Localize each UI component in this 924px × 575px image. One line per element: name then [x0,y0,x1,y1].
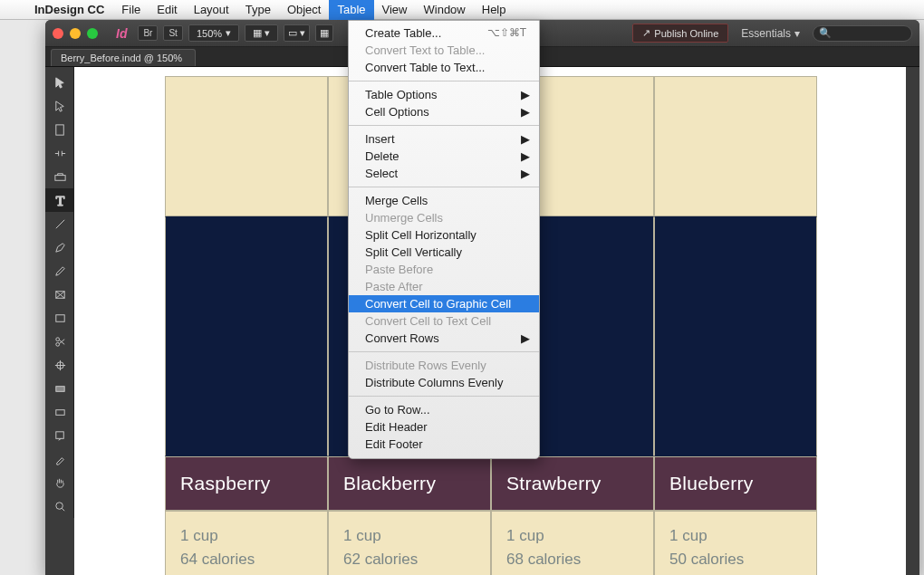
arrange-select[interactable]: ▦ [315,24,333,42]
menu-table[interactable]: Table [329,0,373,20]
minimize-window-button[interactable] [70,28,81,39]
table-header-cell[interactable]: Strawberry [491,456,654,511]
menu-item: Distribute Rows Evenly [349,357,539,374]
cell-text: 64 calories [180,551,255,568]
gradient-swatch-tool-icon[interactable] [45,377,74,400]
menu-file[interactable]: File [113,0,149,20]
document-tab[interactable]: ×Berry_Before.indd @ 150% [51,49,196,66]
search-input[interactable]: 🔍 [813,25,912,42]
menu-item[interactable]: Convert Table to Text... [349,59,539,76]
menu-object[interactable]: Object [279,0,330,20]
menu-item[interactable]: Convert Cell to Graphic Cell [349,295,539,312]
table-row: 1 cup64 calories 1 cup62 calories 1 cup6… [165,511,817,575]
page-tool-icon[interactable] [45,118,74,141]
search-icon: 🔍 [819,27,832,39]
svg-point-8 [55,342,59,346]
workspace-switcher[interactable]: Essentials▾ [734,27,807,40]
scissors-tool-icon[interactable] [45,330,74,353]
table-cell[interactable] [165,76,328,216]
table-cell[interactable]: 1 cup50 calories [654,511,817,575]
menu-window[interactable]: Window [416,0,474,20]
table-cell[interactable]: 1 cup68 calories [491,511,654,575]
pencil-tool-icon[interactable] [45,259,74,283]
submenu-arrow-icon: ▶ [521,331,530,345]
stock-button[interactable]: St [163,25,182,41]
table-cell[interactable]: 1 cup62 calories [328,511,491,575]
table-cell[interactable]: 1 cup64 calories [165,511,328,575]
menu-item[interactable]: Table Options▶ [349,86,539,103]
menu-item: Paste After [349,278,539,295]
menu-layout[interactable]: Layout [186,0,237,20]
free-transform-tool-icon[interactable] [45,353,74,377]
rectangle-frame-tool-icon[interactable] [45,283,74,306]
tools-panel [45,67,74,518]
menu-item: Convert Text to Table... [349,42,539,59]
menu-edit[interactable]: Edit [149,0,185,20]
menu-separator [349,125,539,126]
menu-item[interactable]: Split Cell Vertically [349,244,539,261]
zoom-tool-icon[interactable] [45,494,74,518]
cell-text: 68 calories [506,551,581,568]
menu-item[interactable]: Create Table...⌥⇧⌘T [349,24,539,42]
menu-item[interactable]: Split Cell Horizontally [349,226,539,244]
document-tab-label: Berry_Before.indd @ 150% [61,53,182,63]
menu-item[interactable]: Merge Cells [349,192,539,209]
view-options-select[interactable]: ▦ ▾ [245,24,278,42]
table-cell[interactable] [654,216,817,456]
svg-line-2 [55,219,63,227]
app-name[interactable]: InDesign CC [25,3,113,16]
pen-tool-icon[interactable] [45,235,74,259]
menu-item[interactable]: Edit Header [349,418,539,436]
table-cell[interactable] [165,216,328,456]
svg-rect-0 [55,124,63,134]
menu-item[interactable]: Insert▶ [349,130,539,148]
zoom-window-button[interactable] [87,28,98,39]
vertical-scrollbar[interactable] [906,67,919,575]
gradient-feather-tool-icon[interactable] [45,400,74,424]
menu-item[interactable]: Distribute Columns Evenly [349,374,539,391]
table-header-cell[interactable]: Blueberry [654,456,817,511]
window-controls [53,28,98,39]
svg-rect-12 [55,431,63,438]
cell-text: 50 calories [669,551,744,568]
table-header-cell[interactable]: Blackberry [328,456,491,511]
menu-item[interactable]: Cell Options▶ [349,103,539,120]
menu-item[interactable]: Select▶ [349,165,539,182]
svg-point-13 [55,502,63,509]
note-tool-icon[interactable] [45,424,74,447]
menu-item: Paste Before [349,261,539,278]
rectangle-tool-icon[interactable] [45,306,74,330]
gap-tool-icon[interactable] [45,141,74,165]
menu-item[interactable]: Convert Rows▶ [349,330,539,347]
menu-separator [349,351,539,352]
upload-icon: ↗ [642,27,650,39]
line-tool-icon[interactable] [45,212,74,235]
menu-view[interactable]: View [374,0,416,20]
cell-text: 1 cup [343,527,381,544]
zoom-level-value: 150% [197,28,222,39]
menu-item[interactable]: Delete▶ [349,148,539,165]
direct-selection-tool-icon[interactable] [45,94,74,118]
publish-online-button[interactable]: ↗Publish Online [632,24,728,43]
close-window-button[interactable] [53,28,63,39]
bridge-button[interactable]: Br [138,25,158,41]
menu-type[interactable]: Type [237,0,279,20]
svg-rect-10 [55,386,63,391]
content-collector-tool-icon[interactable] [45,165,74,188]
table-header-cell[interactable]: Raspberry [165,456,328,511]
screen-mode-select[interactable]: ▭ ▾ [284,24,310,42]
menu-item[interactable]: Go to Row... [349,401,539,418]
selection-tool-icon[interactable] [45,71,74,94]
hand-tool-icon[interactable] [45,471,74,494]
eyedropper-tool-icon[interactable] [45,447,74,471]
type-tool-icon[interactable] [45,188,74,212]
mac-menubar: InDesign CC File Edit Layout Type Object… [0,0,924,20]
menu-separator [349,396,539,397]
zoom-level-select[interactable]: 150%▾ [188,24,239,42]
svg-rect-1 [54,175,64,180]
table-menu-dropdown: Create Table...⌥⇧⌘TConvert Text to Table… [348,20,540,459]
shortcut-label: ⌥⇧⌘T [487,26,526,39]
menu-item[interactable]: Edit Footer [349,436,539,453]
table-cell[interactable] [654,76,817,216]
menu-help[interactable]: Help [474,0,515,20]
